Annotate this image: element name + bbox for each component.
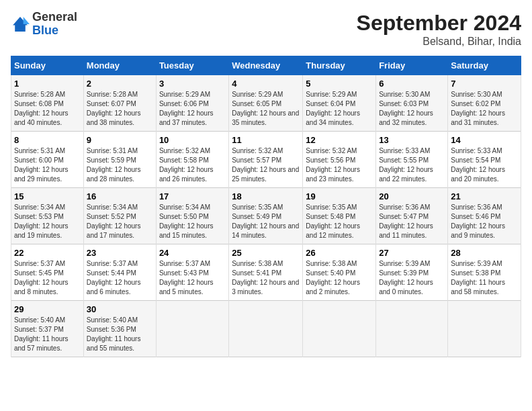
- day-number: 6: [379, 79, 445, 89]
- day-number: 25: [232, 248, 300, 258]
- calendar-cell: 11Sunrise: 5:32 AMSunset: 5:57 PMDayligh…: [229, 132, 303, 188]
- calendar-cell: 27Sunrise: 5:39 AMSunset: 5:39 PMDayligh…: [376, 244, 448, 301]
- day-info: Sunrise: 5:32 AMSunset: 5:58 PMDaylight:…: [159, 146, 226, 184]
- day-number: 12: [306, 135, 373, 145]
- calendar-cell: 20Sunrise: 5:36 AMSunset: 5:47 PMDayligh…: [376, 188, 448, 244]
- day-number: 1: [14, 79, 81, 89]
- header-saturday: Saturday: [448, 56, 521, 75]
- header-thursday: Thursday: [303, 56, 376, 75]
- day-info: Sunrise: 5:30 AMSunset: 6:02 PMDaylight:…: [451, 90, 518, 128]
- day-number: 19: [306, 191, 373, 201]
- week-row-5: 29Sunrise: 5:40 AMSunset: 5:37 PMDayligh…: [11, 301, 521, 357]
- day-info: Sunrise: 5:37 AMSunset: 5:43 PMDaylight:…: [159, 259, 226, 297]
- calendar-cell: 13Sunrise: 5:33 AMSunset: 5:55 PMDayligh…: [376, 132, 448, 188]
- day-number: 2: [87, 79, 153, 89]
- day-info: Sunrise: 5:37 AMSunset: 5:45 PMDaylight:…: [14, 259, 81, 297]
- calendar-cell: 29Sunrise: 5:40 AMSunset: 5:37 PMDayligh…: [11, 301, 84, 357]
- day-info: Sunrise: 5:34 AMSunset: 5:52 PMDaylight:…: [87, 203, 153, 240]
- header-wednesday: Wednesday: [229, 56, 303, 75]
- day-info: Sunrise: 5:33 AMSunset: 5:55 PMDaylight:…: [379, 146, 445, 184]
- calendar-cell: 25Sunrise: 5:38 AMSunset: 5:41 PMDayligh…: [229, 244, 303, 301]
- day-number: 4: [232, 79, 300, 89]
- logo-text: General Blue: [32, 11, 77, 38]
- calendar-cell: 21Sunrise: 5:36 AMSunset: 5:46 PMDayligh…: [448, 188, 521, 244]
- calendar-cell: 22Sunrise: 5:37 AMSunset: 5:45 PMDayligh…: [11, 244, 84, 301]
- week-row-1: 1Sunrise: 5:28 AMSunset: 6:08 PMDaylight…: [11, 75, 521, 132]
- day-number: 24: [159, 248, 226, 258]
- day-number: 22: [14, 248, 81, 258]
- calendar-cell: 23Sunrise: 5:37 AMSunset: 5:44 PMDayligh…: [83, 244, 156, 301]
- calendar-table: SundayMondayTuesdayWednesdayThursdayFrid…: [11, 56, 521, 357]
- day-number: 28: [451, 248, 518, 258]
- title-block: September 2024 Belsand, Bihar, India: [357, 11, 521, 48]
- calendar-cell: [156, 301, 228, 357]
- calendar-cell: [376, 301, 448, 357]
- calendar-cell: 7Sunrise: 5:30 AMSunset: 6:02 PMDaylight…: [448, 75, 521, 132]
- day-number: 20: [379, 191, 445, 201]
- day-info: Sunrise: 5:33 AMSunset: 5:54 PMDaylight:…: [451, 146, 518, 184]
- calendar-cell: [448, 301, 521, 357]
- calendar-cell: 5Sunrise: 5:29 AMSunset: 6:04 PMDaylight…: [303, 75, 376, 132]
- day-number: 18: [232, 191, 300, 201]
- calendar-cell: 3Sunrise: 5:29 AMSunset: 6:06 PMDaylight…: [156, 75, 228, 132]
- day-number: 10: [159, 135, 226, 145]
- day-info: Sunrise: 5:29 AMSunset: 6:05 PMDaylight:…: [232, 90, 300, 128]
- svg-marker-1: [24, 17, 30, 24]
- day-info: Sunrise: 5:31 AMSunset: 6:00 PMDaylight:…: [14, 146, 81, 184]
- calendar-cell: 8Sunrise: 5:31 AMSunset: 6:00 PMDaylight…: [11, 132, 84, 188]
- day-info: Sunrise: 5:29 AMSunset: 6:04 PMDaylight:…: [306, 90, 373, 128]
- day-info: Sunrise: 5:34 AMSunset: 5:50 PMDaylight:…: [159, 203, 226, 240]
- page-header: General Blue September 2024 Belsand, Bih…: [11, 11, 521, 48]
- week-row-3: 15Sunrise: 5:34 AMSunset: 5:53 PMDayligh…: [11, 188, 521, 244]
- month-title: September 2024: [357, 11, 521, 36]
- day-info: Sunrise: 5:32 AMSunset: 5:57 PMDaylight:…: [232, 146, 300, 184]
- week-row-4: 22Sunrise: 5:37 AMSunset: 5:45 PMDayligh…: [11, 244, 521, 301]
- week-row-2: 8Sunrise: 5:31 AMSunset: 6:00 PMDaylight…: [11, 132, 521, 188]
- header-friday: Friday: [376, 56, 448, 75]
- day-info: Sunrise: 5:40 AMSunset: 5:36 PMDaylight:…: [87, 316, 153, 353]
- day-number: 7: [451, 79, 518, 89]
- day-info: Sunrise: 5:28 AMSunset: 6:07 PMDaylight:…: [87, 90, 153, 128]
- day-number: 23: [87, 248, 153, 258]
- day-info: Sunrise: 5:29 AMSunset: 6:06 PMDaylight:…: [159, 90, 226, 128]
- calendar-cell: 14Sunrise: 5:33 AMSunset: 5:54 PMDayligh…: [448, 132, 521, 188]
- calendar-cell: 10Sunrise: 5:32 AMSunset: 5:58 PMDayligh…: [156, 132, 228, 188]
- day-info: Sunrise: 5:38 AMSunset: 5:40 PMDaylight:…: [306, 259, 373, 297]
- day-info: Sunrise: 5:31 AMSunset: 5:59 PMDaylight:…: [87, 146, 153, 184]
- calendar-cell: 1Sunrise: 5:28 AMSunset: 6:08 PMDaylight…: [11, 75, 84, 132]
- day-number: 29: [14, 304, 81, 314]
- calendar-cell: 4Sunrise: 5:29 AMSunset: 6:05 PMDaylight…: [229, 75, 303, 132]
- day-info: Sunrise: 5:30 AMSunset: 6:03 PMDaylight:…: [379, 90, 445, 128]
- day-number: 14: [451, 135, 518, 145]
- day-number: 16: [87, 191, 153, 201]
- day-number: 5: [306, 79, 373, 89]
- calendar-cell: 6Sunrise: 5:30 AMSunset: 6:03 PMDaylight…: [376, 75, 448, 132]
- day-number: 17: [159, 191, 226, 201]
- calendar-cell: 28Sunrise: 5:39 AMSunset: 5:38 PMDayligh…: [448, 244, 521, 301]
- day-info: Sunrise: 5:32 AMSunset: 5:56 PMDaylight:…: [306, 146, 373, 184]
- header-row: SundayMondayTuesdayWednesdayThursdayFrid…: [11, 56, 521, 75]
- header-tuesday: Tuesday: [156, 56, 228, 75]
- day-number: 8: [14, 135, 81, 145]
- day-info: Sunrise: 5:39 AMSunset: 5:38 PMDaylight:…: [451, 259, 518, 297]
- day-number: 26: [306, 248, 373, 258]
- calendar-cell: 9Sunrise: 5:31 AMSunset: 5:59 PMDaylight…: [83, 132, 156, 188]
- day-info: Sunrise: 5:35 AMSunset: 5:48 PMDaylight:…: [306, 203, 373, 240]
- logo-general: General: [32, 10, 77, 24]
- day-info: Sunrise: 5:34 AMSunset: 5:53 PMDaylight:…: [14, 203, 81, 240]
- calendar-cell: 24Sunrise: 5:37 AMSunset: 5:43 PMDayligh…: [156, 244, 228, 301]
- day-number: 3: [159, 79, 226, 89]
- day-number: 13: [379, 135, 445, 145]
- calendar-cell: [229, 301, 303, 357]
- header-sunday: Sunday: [11, 56, 84, 75]
- calendar-cell: 30Sunrise: 5:40 AMSunset: 5:36 PMDayligh…: [83, 301, 156, 357]
- day-number: 9: [87, 135, 153, 145]
- calendar-cell: 15Sunrise: 5:34 AMSunset: 5:53 PMDayligh…: [11, 188, 84, 244]
- day-info: Sunrise: 5:38 AMSunset: 5:41 PMDaylight:…: [232, 259, 300, 297]
- calendar-cell: 2Sunrise: 5:28 AMSunset: 6:07 PMDaylight…: [83, 75, 156, 132]
- day-info: Sunrise: 5:40 AMSunset: 5:37 PMDaylight:…: [14, 316, 81, 353]
- calendar-cell: 19Sunrise: 5:35 AMSunset: 5:48 PMDayligh…: [303, 188, 376, 244]
- logo-icon: [11, 15, 30, 34]
- day-number: 21: [451, 191, 518, 201]
- day-number: 27: [379, 248, 445, 258]
